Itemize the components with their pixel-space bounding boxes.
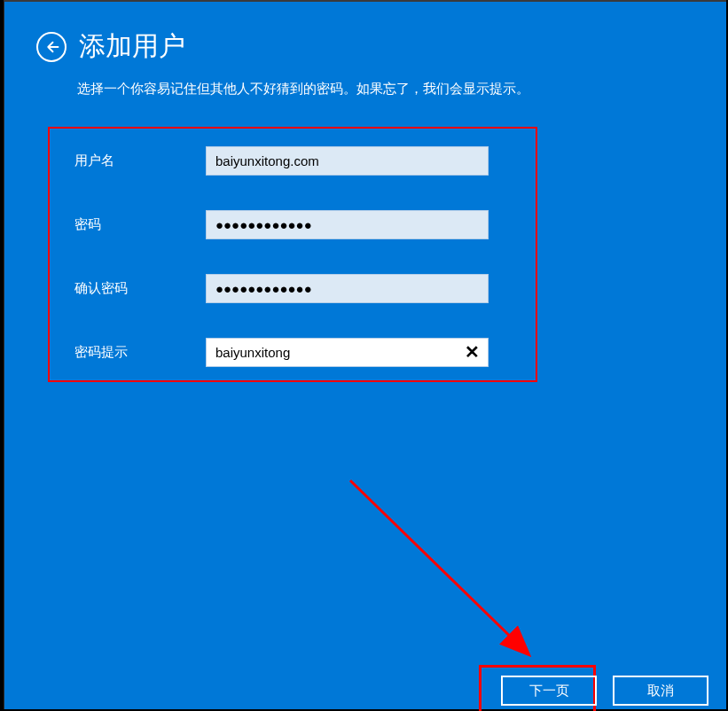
- confirm-password-input[interactable]: [206, 274, 489, 303]
- clear-input-button[interactable]: ✕: [455, 338, 489, 367]
- confirm-password-label: 确认密码: [50, 280, 206, 297]
- arrow-left-icon: [43, 39, 59, 55]
- username-label: 用户名: [50, 152, 206, 169]
- add-user-window: 添加用户 选择一个你容易记住但其他人不好猜到的密码。如果忘了，我们会显示提示。 …: [4, 0, 726, 709]
- header: 添加用户: [4, 2, 726, 72]
- form-highlight-box: 用户名 密码 确认密码 密码提示 ✕: [48, 127, 537, 382]
- password-hint-label: 密码提示: [50, 344, 206, 361]
- back-button[interactable]: [36, 32, 67, 62]
- page-title: 添加用户: [79, 28, 185, 65]
- page-subtitle: 选择一个你容易记住但其他人不好猜到的密码。如果忘了，我们会显示提示。: [4, 72, 726, 98]
- close-icon: ✕: [465, 341, 480, 363]
- password-hint-input[interactable]: [206, 338, 489, 367]
- password-row: 密码: [50, 192, 536, 256]
- svg-line-1: [350, 481, 528, 653]
- username-input[interactable]: [206, 146, 489, 176]
- cancel-button[interactable]: 取消: [613, 676, 708, 706]
- username-row: 用户名: [50, 129, 536, 192]
- next-button[interactable]: 下一页: [501, 676, 597, 706]
- password-input[interactable]: [206, 210, 489, 239]
- confirm-password-row: 确认密码: [50, 256, 536, 320]
- arrow-annotation: [341, 472, 572, 684]
- password-hint-row: 密码提示 ✕: [50, 320, 536, 384]
- button-bar: 下一页 取消: [501, 676, 708, 706]
- password-label: 密码: [50, 216, 206, 233]
